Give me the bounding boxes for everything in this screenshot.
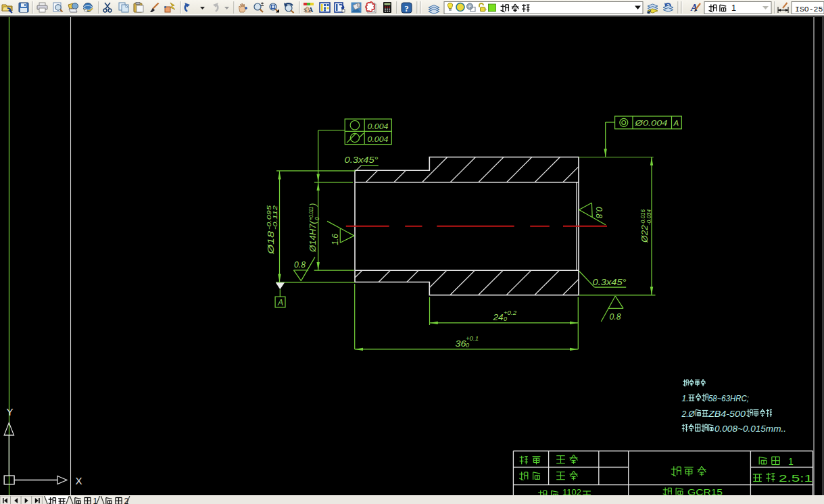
svg-text:0.008~0.015mm..: 0.008~0.015mm..: [714, 424, 786, 434]
svg-text:?: ?: [404, 3, 409, 14]
svg-text:0.004: 0.004: [368, 135, 389, 143]
svg-text:24: 24: [493, 312, 504, 322]
svg-text:0: 0: [504, 316, 507, 322]
svg-text:0.8: 0.8: [610, 312, 621, 322]
svg-text:S: S: [304, 7, 307, 14]
svg-text:0: 0: [314, 217, 320, 220]
svg-text:Ø0.004: Ø0.004: [634, 119, 667, 127]
svg-text:A: A: [673, 119, 679, 127]
svg-text:1102: 1102: [562, 487, 581, 495]
svg-text:+0.1: +0.1: [466, 335, 479, 342]
svg-text:0: 0: [466, 342, 469, 349]
svg-text:ZB4-500: ZB4-500: [708, 409, 746, 419]
svg-text:ISO-25: ISO-25: [795, 5, 823, 14]
svg-text:1: 1: [788, 456, 794, 467]
svg-text:58~63HRC;: 58~63HRC;: [708, 393, 749, 403]
svg-text:0.3x45°: 0.3x45°: [593, 277, 627, 287]
svg-text:0.3x45°: 0.3x45°: [345, 155, 379, 165]
svg-text:X: X: [76, 475, 82, 486]
svg-text:Y: Y: [7, 406, 14, 418]
svg-text:-0.112: -0.112: [272, 205, 278, 230]
svg-text:1: 1: [93, 497, 98, 504]
svg-text:A: A: [308, 6, 314, 14]
svg-text:0.8: 0.8: [294, 260, 306, 270]
svg-text:Ø18: Ø18: [266, 230, 276, 255]
svg-text:A: A: [277, 298, 283, 307]
svg-text:2.5:1: 2.5:1: [779, 472, 813, 484]
svg-text:0.004: 0.004: [368, 122, 389, 130]
svg-text:1.: 1.: [682, 394, 689, 403]
svg-text:1.6: 1.6: [331, 234, 340, 245]
svg-text:2.Ø: 2.Ø: [681, 409, 696, 419]
svg-text:36: 36: [456, 338, 467, 349]
svg-text:0.8: 0.8: [594, 207, 604, 218]
svg-text:1: 1: [731, 3, 736, 13]
svg-text:Ø14H7(: Ø14H7(: [308, 220, 318, 253]
svg-text:GCR15: GCR15: [687, 487, 723, 495]
svg-text:-0.034: -0.034: [646, 209, 652, 225]
svg-text:Ø22: Ø22: [639, 224, 650, 243]
svg-text:2: 2: [124, 497, 129, 504]
